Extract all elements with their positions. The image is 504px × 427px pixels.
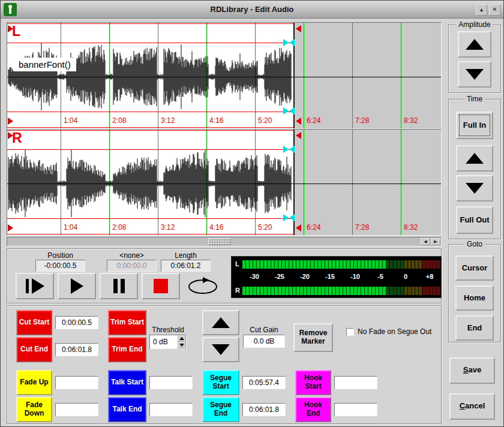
gain-down-button[interactable] xyxy=(202,337,239,362)
no-fade-checkbox[interactable] xyxy=(346,328,354,336)
hook-end-field[interactable] xyxy=(334,403,377,416)
waveform-area-right[interactable]: R 1:042:083:124:165:206:247:288:32 xyxy=(7,130,441,235)
fade-down-button[interactable]: Fade Down xyxy=(16,397,52,422)
beyond-cut-region xyxy=(295,23,441,128)
scroll-left-button[interactable]: ◀ xyxy=(421,238,430,245)
segue-end-marker[interactable] xyxy=(289,39,295,46)
amplitude-down-button[interactable] xyxy=(458,61,491,88)
segue-start-marker[interactable] xyxy=(283,146,289,153)
hook-start-field[interactable] xyxy=(334,376,377,389)
window-title: RDLibrary - Edit Audio xyxy=(1,1,503,19)
play-button[interactable] xyxy=(58,273,96,299)
play-from-start-icon xyxy=(26,279,29,293)
gain-up-button[interactable] xyxy=(202,310,239,335)
trim-start-button[interactable]: Trim Start xyxy=(108,310,146,335)
meter-segment xyxy=(329,287,332,295)
segue-end-marker[interactable] xyxy=(289,146,295,153)
pause-button[interactable] xyxy=(100,273,138,299)
cut-start-marker[interactable] xyxy=(8,224,13,231)
remove-marker-button[interactable]: Remove Marker xyxy=(293,323,333,352)
zoom-out-button[interactable] xyxy=(456,175,493,202)
segue-start-marker[interactable] xyxy=(283,39,289,46)
time-gridline xyxy=(304,130,304,235)
meter-segment xyxy=(433,260,436,269)
threshold-value[interactable]: 0 dB xyxy=(150,335,177,348)
full-out-button[interactable]: Full Out xyxy=(456,206,493,234)
play-from-start-button[interactable] xyxy=(16,273,54,299)
goto-end-button[interactable]: End xyxy=(455,315,494,341)
fade-up-field[interactable] xyxy=(55,376,98,389)
position-field[interactable]: -0:00:00.5 xyxy=(35,260,85,272)
segue-start-marker[interactable] xyxy=(283,107,289,115)
hook-end-button[interactable]: Hook End xyxy=(295,397,331,422)
segue-start-button[interactable]: Segue Start xyxy=(202,370,239,395)
meter-segment xyxy=(300,287,303,295)
no-fade-checkbox-label[interactable]: No Fade on Segue Out xyxy=(358,327,431,336)
meter-scale-label: 0 xyxy=(404,273,407,280)
segue-start-marker[interactable] xyxy=(283,214,289,221)
up-arrow-icon xyxy=(212,317,230,328)
cut-end-marker[interactable] xyxy=(296,25,301,32)
none-label: <none> xyxy=(107,251,157,260)
meter-segment xyxy=(260,260,263,269)
scrollbar-thumb[interactable] xyxy=(208,238,231,245)
segue-end-button[interactable]: Segue End xyxy=(202,397,239,422)
meter-segment xyxy=(296,260,299,269)
meter-segment xyxy=(394,287,397,295)
cancel-button[interactable]: Cancel xyxy=(449,393,495,420)
segue-end-marker[interactable] xyxy=(289,214,295,221)
meter-right-label: R xyxy=(235,287,240,294)
shade-button[interactable]: ▴ xyxy=(476,4,487,16)
time-gridline xyxy=(401,130,401,235)
goto-home-button[interactable]: Home xyxy=(455,285,494,311)
waveform-scrollbar[interactable]: ◀ ▶ xyxy=(7,237,442,246)
threshold-up-button[interactable] xyxy=(177,335,186,342)
cut-start-field[interactable]: 0:00:00.5 xyxy=(55,316,98,329)
goto-group-label: Goto xyxy=(464,240,485,248)
scroll-right-button[interactable]: ▶ xyxy=(431,238,440,245)
waveform-area-left[interactable]: L bannerFont() 1:042:083:124:165:206:247… xyxy=(7,23,441,128)
cut-start-button[interactable]: Cut Start xyxy=(16,310,52,335)
meter-segment xyxy=(253,260,256,269)
full-in-button[interactable]: Full In xyxy=(456,112,493,139)
goto-cursor-button[interactable]: Cursor xyxy=(455,255,494,281)
talk-start-button[interactable]: Talk Start xyxy=(108,370,146,395)
meter-segment xyxy=(386,287,389,295)
meter-segment xyxy=(322,260,325,269)
threshold-spinbox[interactable]: 0 dB xyxy=(149,335,187,349)
cut-start-marker[interactable] xyxy=(8,118,13,125)
zoom-in-button[interactable] xyxy=(456,145,493,172)
save-button[interactable]: Save xyxy=(449,357,495,384)
segue-end-field[interactable]: 0:06:01.8 xyxy=(242,403,286,416)
cut-end-field[interactable]: 0:06:01.8 xyxy=(55,343,98,356)
beyond-cut-region xyxy=(295,130,441,235)
fade-up-button[interactable]: Fade Up xyxy=(16,370,52,395)
down-arrow-icon xyxy=(466,183,484,194)
cut-end-marker[interactable] xyxy=(296,132,301,139)
fade-down-field[interactable] xyxy=(55,403,98,416)
cut-gain-field[interactable]: 0.0 dB xyxy=(243,335,285,348)
segue-start-field[interactable]: 0:05:57.4 xyxy=(242,376,286,389)
titlebar[interactable]: RDLibrary - Edit Audio ▴ ✕ xyxy=(1,1,503,19)
waveform-left xyxy=(7,23,295,128)
meter-segment xyxy=(350,260,353,269)
close-button[interactable]: ✕ xyxy=(489,4,500,16)
time-label: 1:04 xyxy=(64,223,77,231)
threshold-down-button[interactable] xyxy=(177,342,186,348)
talk-end-field[interactable] xyxy=(149,403,193,416)
meter-segment xyxy=(336,260,339,269)
cut-end-marker[interactable] xyxy=(296,118,301,125)
cut-end-marker[interactable] xyxy=(296,224,301,231)
amplitude-up-button[interactable] xyxy=(458,31,491,58)
stop-button[interactable] xyxy=(142,273,180,299)
hook-start-button[interactable]: Hook Start xyxy=(295,370,331,395)
pause-icon xyxy=(121,279,125,293)
meter-segment xyxy=(307,287,310,295)
talk-end-button[interactable]: Talk End xyxy=(108,397,146,422)
talk-start-field[interactable] xyxy=(149,376,193,389)
cut-end-button[interactable]: Cut End xyxy=(16,337,52,362)
loop-button[interactable] xyxy=(184,273,222,299)
length-field[interactable]: 0:06:01.2 xyxy=(161,260,211,272)
trim-end-button[interactable]: Trim End xyxy=(108,337,146,362)
segue-end-marker[interactable] xyxy=(289,107,295,115)
